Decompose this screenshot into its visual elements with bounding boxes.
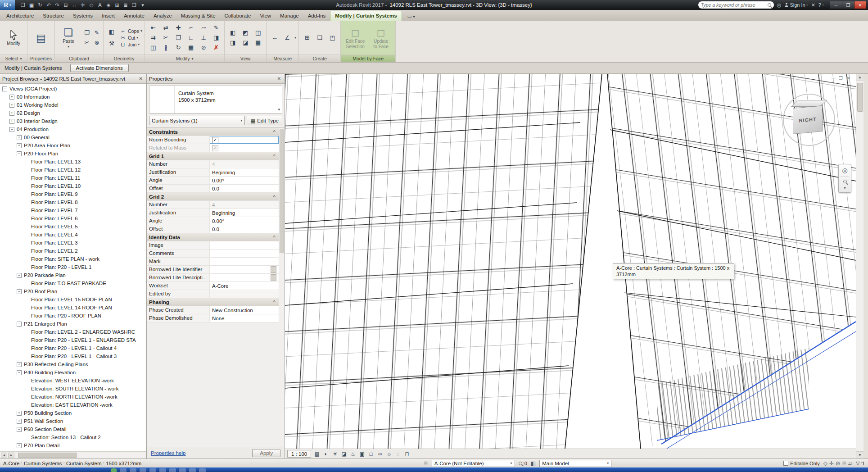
property-value[interactable] [210, 274, 279, 281]
cut-geometry-icon[interactable]: ✂Cut▾ [119, 35, 142, 41]
tab-insert[interactable]: Insert [97, 11, 119, 21]
tree-item[interactable]: P20 Floor Plan [0, 150, 146, 158]
default-3d-icon[interactable]: ◧ [227, 28, 239, 38]
tree-item[interactable]: Floor Plan: P20 - LEVEL 1 - ENLARGED STA [0, 336, 146, 344]
unpin-icon[interactable]: ⊘ [198, 43, 209, 53]
create-group-icon[interactable]: ⊞ [301, 33, 313, 43]
property-row[interactable]: Borrowed Lite Identifier [147, 266, 279, 274]
properties-header[interactable]: Properties ✕ [147, 74, 285, 84]
pinned-select-toggle-icon[interactable]: ≣ [842, 460, 846, 467]
tree-item[interactable]: P30 Reflected Ceiling Plans [0, 360, 146, 368]
view-scale-button[interactable]: 1 : 100 [287, 450, 311, 458]
align-icon[interactable]: ⇤ [147, 23, 159, 33]
scrollbar-thumb[interactable] [857, 83, 863, 112]
tree-item[interactable]: P21 Enlarged Plan [0, 320, 146, 328]
section-icon[interactable]: ⊞ [113, 1, 121, 9]
taskbar-item[interactable] [149, 468, 156, 472]
tree-item[interactable]: 00 Information [0, 93, 146, 101]
save-icon[interactable]: ▣ [27, 1, 36, 9]
offset-icon[interactable]: ⇉ [147, 33, 159, 43]
tree-expander[interactable] [17, 273, 22, 278]
tree-expander[interactable] [17, 151, 22, 156]
tree-expander[interactable] [2, 86, 7, 91]
tree-item[interactable]: P20 Roof Plan [0, 287, 146, 295]
property-value[interactable] [210, 258, 279, 265]
tree-item[interactable]: Floor Plan: SITE PLAN - work [0, 255, 146, 263]
tree-item[interactable]: 02 Design [0, 109, 146, 117]
pin-icon[interactable]: ⊥ [198, 33, 209, 43]
tree-item[interactable]: Floor Plan: LEVEL 7 [0, 206, 146, 214]
property-row[interactable]: Constraints [147, 128, 279, 136]
tree-item[interactable]: P20 Parkade Plan [0, 271, 146, 279]
close-icon[interactable]: ✕ [138, 76, 144, 81]
scroll-right-icon[interactable]: ▸ [8, 453, 14, 458]
detail-level-icon[interactable]: ▤ [312, 450, 321, 458]
switch-windows-icon[interactable]: ❐ [130, 1, 138, 9]
property-row[interactable]: Mark [147, 258, 279, 266]
selection-count[interactable]: :0 [519, 461, 527, 466]
tree-expander[interactable] [17, 427, 22, 432]
tree-item[interactable]: Floor Plan: LEVEL 6 [0, 214, 146, 222]
tab-modify-curtain-systems[interactable]: Modify | Curtain Systems [330, 11, 402, 21]
tree-item[interactable]: Elevation: NORTH ELEVATION -work [0, 393, 146, 401]
property-value[interactable]: None [210, 314, 279, 322]
panel-label-select[interactable]: Select▾ [0, 54, 27, 62]
3d-view-canvas[interactable]: ─❐✕ RIGHT ◎ ▾ A-Core : Curtain Systems :… [285, 74, 856, 449]
sign-in-button[interactable]: Sign In▾ [784, 2, 808, 8]
tree-expander[interactable] [17, 419, 22, 424]
taskbar-item[interactable] [179, 468, 186, 472]
thin-lines-icon[interactable]: ≣ [122, 1, 130, 9]
default-3d-view-icon[interactable]: ◈ [104, 1, 113, 9]
taskbar-item[interactable] [130, 468, 136, 472]
scrollbar-thumb[interactable] [18, 453, 77, 458]
exchange-apps-icon[interactable]: ✕ [811, 2, 815, 8]
property-row[interactable]: Identity Data [147, 233, 279, 241]
properties-help-link[interactable]: Properties help [151, 450, 185, 456]
element-filter-dropdown[interactable]: Curtain Systems (1) ▾ [149, 116, 245, 125]
tree-item[interactable]: Views (GGA Project) [0, 85, 146, 93]
scroll-down-icon[interactable]: ▼ [856, 451, 863, 458]
view-minimize-icon[interactable]: ─ [832, 76, 835, 81]
modify-button[interactable]: Modify [2, 29, 25, 47]
editable-only-checkbox[interactable] [783, 461, 788, 466]
visual-style-icon[interactable]: ◐ [321, 450, 330, 458]
project-browser-hscrollbar[interactable]: ◂ ▸ [0, 451, 146, 458]
aligned-dimension-icon[interactable]: ✛ [79, 1, 87, 9]
mirror-draw-axis-icon[interactable]: ⇄ [160, 23, 172, 33]
tab-collaborate[interactable]: Collaborate [220, 11, 256, 21]
tree-item[interactable]: Floor Plan: P20 - LEVEL 1 - Callout 4 [0, 344, 146, 352]
taskbar-item[interactable] [199, 468, 206, 472]
property-row[interactable]: Image [147, 241, 279, 250]
property-row[interactable]: Angle 0.00° [147, 217, 279, 225]
tree-item[interactable]: Floor Plan: P20 - ROOF PLAN [0, 312, 146, 320]
editable-only-toggle[interactable]: Editable Only [783, 461, 819, 466]
property-value[interactable] [210, 136, 279, 144]
property-value[interactable]: Beginning [210, 209, 279, 217]
tree-item[interactable]: P51 Wall Section [0, 417, 146, 425]
measure-between-icon[interactable]: ↔ [269, 33, 280, 43]
tree-item[interactable]: Floor Plan: LEVEL 15 ROOF PLAN [0, 295, 146, 304]
design-option-dropdown[interactable]: Main Model▾ [539, 460, 611, 467]
property-row[interactable]: Grid 2 [147, 193, 279, 201]
chevron-down-icon[interactable]: ▾ [278, 107, 280, 112]
communication-center-icon[interactable]: ◎ [777, 2, 782, 8]
steering-wheel-icon[interactable]: ◎ [842, 167, 847, 174]
tree-item[interactable]: Floor Plan: P20 - LEVEL 1 [0, 263, 146, 271]
property-row[interactable]: Offset 0.0 [147, 185, 279, 193]
move-icon[interactable]: ✚ [172, 23, 184, 33]
tab-annotate[interactable]: Annotate [119, 11, 149, 21]
property-row[interactable]: Number 4 [147, 160, 279, 168]
search-input[interactable] [701, 2, 766, 8]
redo-icon[interactable]: ↷ [53, 1, 61, 9]
tree-item[interactable]: 01 Working Model [0, 101, 146, 109]
taskbar-item[interactable] [169, 468, 176, 472]
type-selector[interactable]: Curtain System 1500 x 3712mm ▾ [149, 86, 282, 113]
tab-manage[interactable]: Manage [276, 11, 303, 21]
tree-item[interactable]: Floor Plan: LEVEL 9 [0, 190, 146, 198]
property-value[interactable] [210, 290, 279, 298]
delete-clipboard-icon[interactable]: ⊗ [91, 38, 103, 48]
measure-dropdown-icon[interactable]: ▾ [294, 36, 296, 40]
property-row[interactable]: Number 4 [147, 201, 279, 209]
property-value[interactable] [210, 266, 279, 273]
property-row[interactable]: Edited by [147, 290, 279, 298]
